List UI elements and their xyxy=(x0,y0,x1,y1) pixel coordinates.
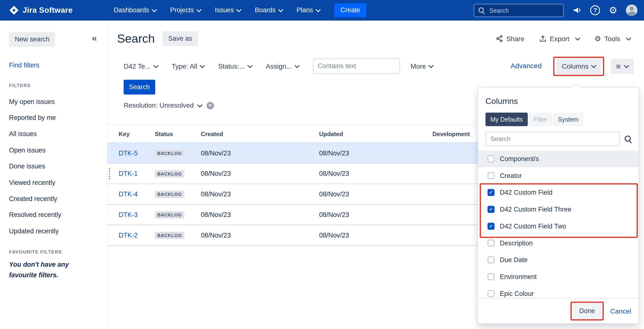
export-dropdown[interactable]: Export xyxy=(539,35,580,43)
column-header-updated[interactable]: Updated xyxy=(319,130,432,137)
search-icon xyxy=(478,7,485,13)
checkbox-checked-icon[interactable] xyxy=(488,189,494,196)
chevron-down-icon xyxy=(316,7,321,12)
create-button[interactable]: Create xyxy=(334,3,366,17)
checkbox[interactable] xyxy=(488,155,494,162)
column-header-status[interactable]: Status xyxy=(155,130,201,137)
cancel-link[interactable]: Cancel xyxy=(610,307,631,315)
issue-key-link[interactable]: DTK-5 xyxy=(118,149,138,156)
columns-popup-tabs: My Defaults Filter System xyxy=(486,113,631,126)
new-search-button[interactable]: New search xyxy=(9,32,56,47)
close-icon[interactable]: ✕ xyxy=(206,102,214,109)
tools-gear-icon: ⚙ xyxy=(594,35,601,42)
updated-cell: 08/Nov/23 xyxy=(319,211,432,218)
column-option-epic-colour[interactable]: Epic Colour xyxy=(478,285,638,298)
collapse-sidebar-icon[interactable]: « xyxy=(92,34,97,43)
share-button[interactable]: Share xyxy=(496,35,524,43)
sidebar-item-open-issues[interactable]: Open issues xyxy=(9,142,107,158)
save-as-button[interactable]: Save as xyxy=(163,31,198,46)
tools-dropdown[interactable]: ⚙ Tools xyxy=(594,35,630,43)
announcement-icon[interactable] xyxy=(573,6,582,15)
global-search-input[interactable] xyxy=(488,6,556,14)
primary-nav: Dashboards Projects Issues Boards Plans … xyxy=(107,0,366,21)
sidebar-item-done-issues[interactable]: Done issues xyxy=(9,158,107,175)
filters-section-header: FILTERS xyxy=(9,83,107,88)
type-filter-dropdown[interactable]: Type: All xyxy=(172,62,204,70)
done-button[interactable]: Done xyxy=(573,304,601,318)
status-filter-dropdown[interactable]: Status:... xyxy=(218,62,252,70)
column-option-d42-custom-field-two[interactable]: D42 Custom Field Two xyxy=(478,218,638,235)
tab-my-defaults[interactable]: My Defaults xyxy=(486,113,528,126)
updated-cell: 08/Nov/23 xyxy=(319,149,432,157)
view-options-button[interactable]: ≡ xyxy=(611,59,634,74)
advanced-search-link[interactable]: Advanced xyxy=(511,62,542,70)
nav-boards[interactable]: Boards xyxy=(248,0,290,21)
chevron-down-icon xyxy=(248,63,253,68)
chevron-down-icon xyxy=(197,102,202,107)
chevron-down-icon xyxy=(152,7,157,12)
sidebar-item-created-recently[interactable]: Created recently xyxy=(9,191,107,207)
tab-filter: Filter xyxy=(528,113,552,126)
column-option-creator[interactable]: Creator xyxy=(478,167,638,184)
nav-plans[interactable]: Plans xyxy=(290,0,327,21)
checkbox[interactable] xyxy=(488,172,494,179)
column-option-components[interactable]: Component/s xyxy=(478,150,638,167)
sidebar-item-my-open-issues[interactable]: My open issues xyxy=(9,94,107,110)
nav-issues[interactable]: Issues xyxy=(208,0,248,21)
column-option-description[interactable]: Description xyxy=(478,235,638,251)
drag-handle-icon[interactable] xyxy=(109,173,110,174)
column-header-development[interactable]: Development xyxy=(432,130,482,137)
column-option-environment[interactable]: Environment xyxy=(478,268,638,285)
done-button-wrapper: Done xyxy=(573,304,601,318)
project-filter-dropdown[interactable]: D42 Te... xyxy=(124,62,158,70)
chevron-down-icon xyxy=(153,63,158,68)
issue-key-link[interactable]: DTK-2 xyxy=(118,231,138,238)
favourite-filters-header: FAVOURITE FILTERS xyxy=(9,249,107,254)
search-submit-button[interactable]: Search xyxy=(124,80,155,94)
column-option-d42-custom-field-three[interactable]: D42 Custom Field Three xyxy=(478,201,638,218)
issue-key-link[interactable]: DTK-1 xyxy=(118,170,138,177)
issue-key-link[interactable]: DTK-3 xyxy=(118,211,138,218)
column-header-created[interactable]: Created xyxy=(201,130,319,137)
column-header-key[interactable]: Key xyxy=(118,130,155,137)
avatar[interactable] xyxy=(626,5,638,16)
help-icon[interactable]: ? xyxy=(590,6,600,15)
contains-text-input[interactable] xyxy=(313,58,400,74)
columns-search-row xyxy=(486,131,631,146)
checkbox[interactable] xyxy=(488,239,494,246)
assignee-filter-dropdown[interactable]: Assign... xyxy=(266,62,299,70)
column-option-d42-custom-field[interactable]: D42 Custom Field xyxy=(478,184,638,201)
checkbox[interactable] xyxy=(488,290,494,297)
page-title: Search xyxy=(117,32,155,45)
tab-system[interactable]: System xyxy=(553,113,584,126)
filter-bar: D42 Te... Type: All Status:... Assign...… xyxy=(124,58,644,74)
global-search[interactable] xyxy=(474,4,564,17)
jira-logo-icon xyxy=(9,6,19,15)
created-cell: 08/Nov/23 xyxy=(201,211,319,218)
checkbox-checked-icon[interactable] xyxy=(488,206,494,213)
sidebar-item-viewed-recently[interactable]: Viewed recently xyxy=(9,175,107,191)
logo-text: Jira Software xyxy=(22,6,72,15)
sidebar-item-reported-by-me[interactable]: Reported by me xyxy=(9,110,107,126)
sidebar-item-updated-recently[interactable]: Updated recently xyxy=(9,223,107,239)
chevron-down-icon xyxy=(278,7,283,12)
find-filters-link[interactable]: Find filters xyxy=(9,62,107,69)
settings-icon[interactable]: ⚙ xyxy=(609,6,617,15)
sidebar-item-all-issues[interactable]: All issues xyxy=(9,126,107,142)
issue-key-link[interactable]: DTK-4 xyxy=(118,190,138,197)
columns-button[interactable]: Columns xyxy=(556,59,601,74)
checkbox[interactable] xyxy=(488,273,494,280)
columns-option-list: Component/s Creator D42 Custom Field D42… xyxy=(478,150,638,298)
share-icon xyxy=(496,35,503,42)
jira-logo[interactable]: Jira Software xyxy=(9,6,107,15)
checkbox[interactable] xyxy=(488,256,494,263)
nav-projects[interactable]: Projects xyxy=(163,0,208,21)
sidebar-item-resolved-recently[interactable]: Resolved recently xyxy=(9,207,107,223)
checkbox-checked-icon[interactable] xyxy=(488,223,494,229)
columns-popup-title: Columns xyxy=(486,97,631,106)
columns-popup: Columns My Defaults Filter System Compon… xyxy=(478,87,639,323)
nav-dashboards[interactable]: Dashboards xyxy=(107,0,163,21)
column-option-due-date[interactable]: Due Date xyxy=(478,251,638,268)
more-filter-dropdown[interactable]: More xyxy=(410,62,433,70)
columns-search-input[interactable] xyxy=(486,131,620,146)
